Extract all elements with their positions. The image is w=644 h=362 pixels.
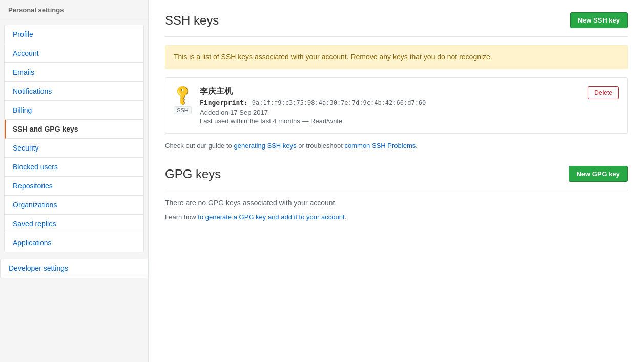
fingerprint-value: 9a:1f:f9:c3:75:98:4a:30:7e:7d:9c:4b:42:6… [252, 99, 426, 107]
ssh-badge: SSH [174, 106, 192, 114]
no-gpg-keys-text: There are no GPG keys associated with yo… [165, 199, 628, 207]
key-fingerprint: Fingerprint: 9a:1f:f9:c3:75:98:4a:30:7e:… [200, 99, 579, 107]
generating-ssh-keys-link[interactable]: generating SSH keys [234, 142, 296, 150]
main-content: SSH keys New SSH key This is a list of S… [149, 0, 644, 362]
ssh-section-header: SSH keys New SSH key [165, 12, 628, 37]
sidebar: Personal settings Profile Account Emails… [0, 0, 149, 362]
sidebar-header: Personal settings [0, 0, 148, 20]
sidebar-item-saved-replies[interactable]: Saved replies [5, 215, 143, 233]
guide-text-middle: or troubleshoot [297, 142, 345, 150]
fingerprint-label: Fingerprint: [200, 99, 248, 107]
sidebar-item-emails[interactable]: Emails [5, 63, 143, 82]
sidebar-item-applications[interactable]: Applications [5, 233, 143, 252]
sidebar-item-organizations[interactable]: Organizations [5, 196, 143, 215]
gpg-learn-text: Learn how to generate a GPG key and add … [165, 213, 628, 221]
ssh-key-card: 🔑 SSH 李庆主机 Fingerprint: 9a:1f:f9:c3:75:9… [165, 77, 628, 134]
key-added-date: Added on 17 Sep 2017 [200, 109, 579, 116]
key-actions: Delete [588, 86, 619, 99]
guide-text-before: Check out our guide to [165, 142, 234, 150]
delete-ssh-key-button[interactable]: Delete [588, 86, 619, 99]
ssh-section-title: SSH keys [165, 13, 219, 28]
guide-text-after: . [416, 142, 418, 150]
developer-settings-section: Developer settings [0, 259, 148, 278]
sidebar-item-repositories[interactable]: Repositories [5, 177, 143, 196]
gpg-section-header: GPG keys New GPG key [165, 166, 628, 190]
key-last-used: Last used within the last 4 months — Rea… [200, 117, 579, 125]
sidebar-item-ssh-gpg[interactable]: SSH and GPG keys [5, 120, 143, 139]
sidebar-item-billing[interactable]: Billing [5, 101, 143, 120]
key-details: 李庆主机 Fingerprint: 9a:1f:f9:c3:75:98:4a:3… [200, 86, 579, 125]
learn-after: . [345, 213, 347, 221]
sidebar-items-container: Profile Account Emails Notifications Bil… [4, 25, 144, 252]
sidebar-item-blocked-users[interactable]: Blocked users [5, 158, 143, 177]
ssh-info-text: This is a list of SSH keys associated wi… [165, 45, 628, 69]
key-icon-area: 🔑 SSH [174, 86, 192, 114]
new-ssh-key-button[interactable]: New SSH key [570, 12, 628, 28]
new-gpg-key-button[interactable]: New GPG key [569, 166, 628, 182]
common-ssh-problems-link[interactable]: common SSH Problems [345, 142, 416, 150]
sidebar-item-profile[interactable]: Profile [5, 25, 143, 44]
ssh-guide-text: Check out our guide to generating SSH ke… [165, 142, 628, 150]
key-icon: 🔑 [170, 82, 195, 107]
sidebar-item-developer-settings[interactable]: Developer settings [1, 259, 148, 278]
gpg-section: GPG keys New GPG key There are no GPG ke… [165, 166, 628, 221]
sidebar-item-notifications[interactable]: Notifications [5, 82, 143, 101]
sidebar-item-account[interactable]: Account [5, 44, 143, 63]
key-name: 李庆主机 [200, 86, 579, 97]
sidebar-nav: Profile Account Emails Notifications Bil… [0, 20, 148, 282]
gpg-section-title: GPG keys [165, 167, 221, 181]
sidebar-item-security[interactable]: Security [5, 139, 143, 158]
gpg-generate-link[interactable]: to generate a GPG key and add it to your… [198, 213, 344, 221]
learn-before: Learn how [165, 213, 198, 221]
